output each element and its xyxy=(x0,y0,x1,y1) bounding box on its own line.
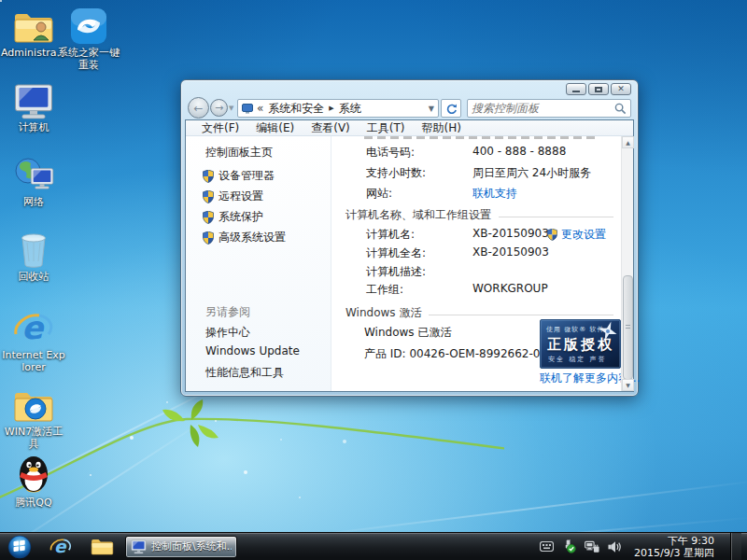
show-desktop-button[interactable] xyxy=(730,533,741,560)
online-support-link[interactable]: 联机支持 xyxy=(472,186,517,202)
refresh-icon xyxy=(445,103,458,115)
sidebar-item-performance-tools[interactable]: 性能信息和工具 xyxy=(205,365,284,381)
taskbar-clock[interactable]: 下午 9:30 2015/9/3 星期四 xyxy=(630,535,722,559)
desktop-icon-recycle-bin[interactable]: 回收站 xyxy=(1,228,66,283)
breadcrumb-prefix[interactable]: « xyxy=(257,102,263,115)
minimize-icon xyxy=(572,91,580,92)
sidebar-item-remote-settings[interactable]: 远程设置 xyxy=(203,189,263,204)
windows-start-orb-icon xyxy=(7,535,32,559)
badge-top-text: 使用 微软® 软件 xyxy=(546,325,604,334)
uac-shield-icon xyxy=(547,229,557,241)
workgroup-label: 工作组: xyxy=(366,282,403,298)
computer-fullname-value: XB-20150903 xyxy=(472,245,549,259)
uac-shield-icon xyxy=(203,190,214,203)
taskbar-explorer-button[interactable] xyxy=(86,535,118,559)
system-window-icon xyxy=(131,539,147,554)
safely-remove-hardware-icon[interactable] xyxy=(562,539,576,553)
search-input[interactable] xyxy=(472,102,614,115)
back-button[interactable]: ← xyxy=(188,97,209,119)
input-method-icon[interactable] xyxy=(540,541,554,552)
desktop-icon-network[interactable]: 网络 xyxy=(1,153,66,208)
support-hours-value: 周日至周六 24小时服务 xyxy=(472,165,591,181)
sidebar-item-label: 高级系统设置 xyxy=(218,230,286,245)
sidebar-item-label: 远程设置 xyxy=(218,189,263,204)
computer-name-value: XB-20150903 xyxy=(472,227,549,240)
desktop-icon-label: 回收站 xyxy=(1,271,66,283)
desktop-icon-computer[interactable]: 计算机 xyxy=(1,78,66,133)
phone-value: 400 - 888 - 8888 xyxy=(472,145,566,158)
desktop-icon-win7-activation-tool[interactable]: WIN7激活工具 xyxy=(1,383,66,450)
computer-description-label: 计算机描述: xyxy=(366,264,426,280)
qq-penguin-icon xyxy=(1,454,66,495)
menu-help[interactable]: 帮助(H) xyxy=(414,120,470,136)
sidebar-item-label: 系统保护 xyxy=(218,209,263,225)
desktop-icon-onekey-reinstall[interactable]: 系统之家一键重装 xyxy=(56,4,121,71)
menu-file[interactable]: 文件(F) xyxy=(193,120,247,136)
support-hours-label: 支持小时数: xyxy=(366,165,426,181)
uac-shield-icon xyxy=(203,170,214,183)
workgroup-value: WORKGROUP xyxy=(472,282,548,295)
sidebar-item-advanced-system-settings[interactable]: 高级系统设置 xyxy=(203,230,286,245)
sidebar-item-system-protection[interactable]: 系统保护 xyxy=(203,209,263,225)
refresh-button[interactable] xyxy=(441,99,461,118)
breadcrumb-item-security[interactable]: 系统和安全 xyxy=(268,101,324,117)
ie-icon: e xyxy=(1,306,66,347)
network-icon xyxy=(1,153,66,194)
activation-status: Windows 已激活 xyxy=(364,325,451,341)
network-status-icon[interactable] xyxy=(585,540,599,553)
website-label: 网站: xyxy=(366,186,392,202)
window-client-area: 文件(F) 编辑(E) 查看(V) 工具(T) 帮助(H) 控制面板主页 设备管… xyxy=(185,119,634,392)
computer-icon xyxy=(1,78,66,119)
maximize-icon xyxy=(595,87,602,92)
recent-pages-dropdown[interactable]: ▼ xyxy=(229,105,233,112)
maximize-button[interactable] xyxy=(588,83,609,95)
search-icon xyxy=(614,103,627,115)
desktop-icon-label: 计算机 xyxy=(1,121,66,133)
vertical-scrollbar[interactable]: ▲ ▼ xyxy=(621,136,633,391)
computer-name-section-header: 计算机名称、域和工作组设置 xyxy=(345,207,613,223)
folder-icon xyxy=(91,537,114,556)
breadcrumb-item-system[interactable]: 系统 xyxy=(339,101,361,117)
activation-folder-icon xyxy=(1,383,66,424)
sidebar-item-action-center[interactable]: 操作中心 xyxy=(205,325,250,341)
menu-edit[interactable]: 编辑(E) xyxy=(247,120,303,136)
see-also-header: 另请参阅 xyxy=(205,304,250,320)
forward-button[interactable]: → xyxy=(210,99,228,117)
minimize-button[interactable] xyxy=(566,83,586,95)
clipped-text-row xyxy=(364,136,598,139)
breadcrumb-dropdown-icon[interactable]: ▼ xyxy=(429,105,434,113)
sidebar-item-control-panel-home[interactable]: 控制面板主页 xyxy=(205,145,273,161)
volume-icon[interactable] xyxy=(608,540,622,553)
task-label: 控制面板\系统和... xyxy=(151,539,232,553)
uac-shield-icon xyxy=(203,231,214,245)
change-settings-link[interactable]: 更改设置 xyxy=(547,227,606,243)
taskbar-task-control-panel-system[interactable]: 控制面板\系统和... xyxy=(125,536,237,558)
desktop-icon-qq[interactable]: 腾讯QQ xyxy=(1,454,66,509)
wallpaper-vine xyxy=(0,397,504,537)
ie-icon: e xyxy=(49,536,72,557)
navigation-bar: ← → ▼ « 系统和安全 ▶ 系统 ▼ xyxy=(181,97,638,119)
genuine-microsoft-badge[interactable]: 使用 微软® 软件 正版授权 安全 稳定 声誉 xyxy=(540,319,621,369)
onekey-app-icon xyxy=(56,4,121,45)
system-info-panel: 电话号码: 400 - 888 - 8888 支持小时数: 周日至周六 24小时… xyxy=(332,136,621,391)
wallpaper-sparkles xyxy=(0,0,2,2)
start-button[interactable] xyxy=(4,535,35,559)
close-button[interactable]: ✕ xyxy=(611,83,631,95)
menu-view[interactable]: 查看(V) xyxy=(303,120,359,136)
menu-tools[interactable]: 工具(T) xyxy=(359,120,414,136)
sidebar-item-device-manager[interactable]: 设备管理器 xyxy=(203,168,275,184)
scroll-up-button[interactable]: ▲ xyxy=(622,136,634,148)
sidebar-item-windows-update[interactable]: Windows Update xyxy=(205,344,300,357)
scrollbar-thumb[interactable] xyxy=(623,275,633,380)
desktop-icon-internet-explorer[interactable]: e Internet Explorer xyxy=(1,306,66,373)
address-breadcrumb[interactable]: « 系统和安全 ▶ 系统 ▼ xyxy=(237,99,439,118)
breadcrumb-separator-icon: ▶ xyxy=(329,105,333,112)
search-box[interactable] xyxy=(467,99,631,118)
taskbar-ie-button[interactable]: e xyxy=(45,535,77,559)
badge-main-text: 正版授权 xyxy=(547,336,614,354)
scroll-down-button[interactable]: ▼ xyxy=(622,379,634,391)
recycle-bin-icon xyxy=(1,228,66,269)
desktop-icon-label: Internet Explorer xyxy=(1,349,66,373)
computer-name-label: 计算机名: xyxy=(366,227,415,243)
control-panel-sidebar: 控制面板主页 设备管理器 远程设置 系统保护 高级系统设置 另请参阅 xyxy=(186,136,331,391)
